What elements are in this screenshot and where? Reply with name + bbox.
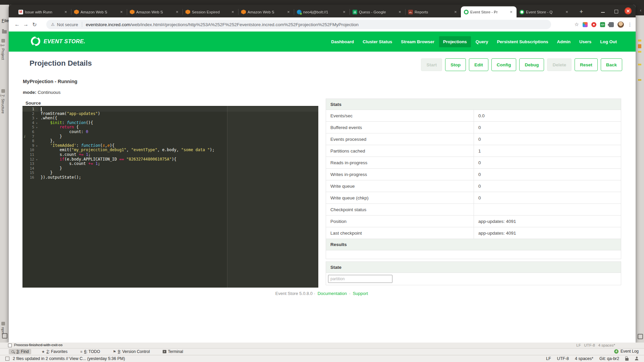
sidebar-rail-tab[interactable]: 7: Structure — [1, 89, 5, 114]
window-maximize-icon[interactable] — [614, 10, 618, 13]
nav-item-persistent-subscriptions[interactable]: Persistent Subscriptions — [493, 36, 552, 47]
toolwindow-toggle-icon[interactable] — [2, 333, 7, 339]
chevron-left-icon[interactable]: ‹ — [640, 8, 641, 13]
ide-file-menu[interactable]: File — [2, 18, 9, 23]
back-icon[interactable]: ← — [13, 21, 21, 27]
fold-arrow-icon[interactable]: ▾ — [36, 144, 38, 148]
nav-item-cluster-status[interactable]: Cluster Status — [359, 36, 396, 47]
nav-item-users[interactable]: Users — [575, 36, 595, 47]
status-widget[interactable]: Git: qa-br2 — [599, 356, 619, 361]
code-line[interactable]: 11 s.count += 1; — [22, 153, 318, 157]
not-secure-warning-icon[interactable]: ⚠ — [51, 22, 55, 27]
status-panel-icon[interactable] — [5, 357, 9, 361]
tab-close-icon[interactable]: × — [63, 9, 68, 14]
extension-jetbrains-icon[interactable] — [583, 22, 588, 27]
browser-tab[interactable]: Amazon Web S× — [127, 6, 182, 17]
window-minimize-icon[interactable] — [601, 12, 605, 13]
profile-avatar[interactable] — [618, 21, 624, 28]
code-line[interactable]: 7i } — [22, 134, 318, 139]
tab-close-icon[interactable]: × — [397, 9, 402, 14]
fold-arrow-icon[interactable]: ▾ — [36, 121, 38, 126]
extensions-puzzle-icon[interactable] — [609, 22, 614, 27]
code-line[interactable]: 4▾ $init: function(){ — [22, 121, 318, 125]
fold-arrow-icon[interactable]: ▾ — [36, 158, 38, 162]
sidebar-rail-tab[interactable]: 1: Project — [1, 39, 5, 60]
eventstore-logo[interactable]: EVENT STORE. — [31, 37, 85, 46]
toolwindow-9-version-control[interactable]: ⚑9: Version Control — [110, 349, 152, 354]
status-message[interactable]: 2 files updated in 2 commits // View C..… — [13, 356, 125, 361]
documentation-link[interactable]: Documentation — [318, 291, 347, 296]
browser-tab[interactable]: neo4j@bolt://1× — [294, 6, 350, 17]
tab-close-icon[interactable]: × — [509, 9, 514, 14]
fold-arrow-icon[interactable]: ▾ — [36, 125, 38, 130]
browser-tab[interactable]: Event Store - Q× — [517, 6, 572, 17]
sidebar-rail-tab[interactable]: npm — [1, 322, 5, 334]
code-line[interactable]: 5▾ return { — [22, 125, 318, 130]
tab-close-icon[interactable]: × — [453, 9, 458, 14]
run-console-text[interactable]: Process finished with exit co — [14, 343, 62, 347]
stop-button[interactable]: Stop — [445, 58, 466, 71]
toolwindow-6-todo[interactable]: ≡6: TODO — [78, 349, 102, 354]
code-line[interactable]: 8 }, — [22, 139, 318, 143]
browser-tab[interactable]: Quess - Google× — [350, 6, 405, 17]
unlock-icon[interactable] — [625, 358, 629, 361]
status-widget[interactable]: 4 spaces* — [575, 356, 593, 361]
reset-button[interactable]: Reset — [575, 58, 598, 71]
status-widget[interactable]: LF — [546, 356, 551, 361]
extension-code-icon[interactable]: </> — [600, 22, 605, 27]
nav-item-dashboard[interactable]: Dashboard — [327, 36, 358, 47]
nav-item-projections[interactable]: Projections — [439, 36, 471, 47]
code-line[interactable]: 3▾.when({ — [22, 116, 318, 121]
browser-tab[interactable]: Amazon Web S× — [71, 6, 127, 17]
fold-arrow-icon[interactable]: ▾ — [36, 116, 38, 121]
tab-close-icon[interactable]: × — [565, 9, 569, 14]
code-line[interactable]: 15 } — [22, 171, 318, 175]
code-line[interactable]: 9▾ 'ItemAdded': function(s,e){ — [22, 143, 318, 148]
code-line[interactable]: 14 } — [22, 166, 318, 171]
source-code-editor[interactable]: 12fromStream("app-updates")3▾.when({4▾ $… — [22, 106, 318, 288]
code-line[interactable]: 1 — [22, 107, 318, 112]
status-widget[interactable]: UTF-8 — [557, 356, 569, 361]
back-button[interactable]: Back — [601, 58, 622, 71]
config-button[interactable]: Config — [491, 58, 517, 71]
support-link[interactable]: Support — [353, 291, 368, 296]
new-tab-button[interactable]: + — [577, 7, 586, 16]
extension-red-icon[interactable] — [591, 22, 596, 27]
tab-close-icon[interactable]: × — [342, 9, 346, 14]
nav-item-log-out[interactable]: Log Out — [596, 36, 621, 47]
kebab-menu-icon[interactable]: ⋮ — [628, 22, 632, 27]
browser-tab[interactable]: Issue with Runn× — [15, 6, 71, 17]
debug-button[interactable]: Debug — [519, 58, 544, 71]
code-line[interactable]: 16}).outputState(); — [22, 175, 318, 180]
address-bar[interactable]: ⚠ Not secure eventstore.incred.com/web/i… — [46, 20, 551, 29]
browser-tab[interactable]: Event Store - Pr× — [461, 6, 517, 17]
nav-item-query[interactable]: Query — [472, 36, 492, 47]
browser-tab[interactable]: Session Expired× — [182, 6, 238, 17]
tab-close-icon[interactable]: × — [119, 9, 124, 14]
nav-item-admin[interactable]: Admin — [553, 36, 575, 47]
code-line[interactable]: 12▾ if(e.body.APPLICATION_ID == "8263274… — [22, 157, 318, 162]
toolwindow-2-favorites[interactable]: ★2: Favorites — [39, 349, 70, 354]
nav-item-stream-browser[interactable]: Stream Browser — [397, 36, 438, 47]
code-line[interactable]: 2fromStream("app-updates") — [22, 112, 318, 116]
code-line[interactable]: 6 count: 0 — [22, 130, 318, 134]
toolwindow-toggle-icon[interactable] — [638, 334, 643, 339]
toolwindow-terminal[interactable]: Terminal — [160, 349, 185, 354]
window-close-icon[interactable] — [625, 7, 632, 14]
tab-close-icon[interactable]: × — [286, 9, 291, 14]
reload-icon[interactable]: ↻ — [30, 21, 39, 28]
forward-icon[interactable]: → — [21, 21, 30, 27]
tab-close-icon[interactable]: × — [230, 9, 235, 14]
url-text[interactable]: eventstore.incred.com/web/index.html#/pr… — [86, 22, 359, 27]
edit-button[interactable]: Edit — [469, 58, 488, 71]
browser-tab[interactable]: Amazon Web S× — [238, 6, 294, 17]
browser-tab[interactable]: Reports× — [405, 6, 461, 17]
tab-close-icon[interactable]: × — [175, 9, 179, 14]
event-log-button[interactable]: 4 Event Log — [614, 349, 639, 354]
user-icon[interactable] — [635, 357, 639, 361]
partition-input[interactable] — [328, 275, 392, 283]
security-label[interactable]: Not secure — [57, 22, 78, 27]
bookmark-star-icon[interactable]: ☆ — [575, 21, 579, 27]
code-line[interactable]: 13 s.count += 1; — [22, 162, 318, 166]
toolwindow-3-find[interactable]: 3: Find — [9, 349, 31, 354]
